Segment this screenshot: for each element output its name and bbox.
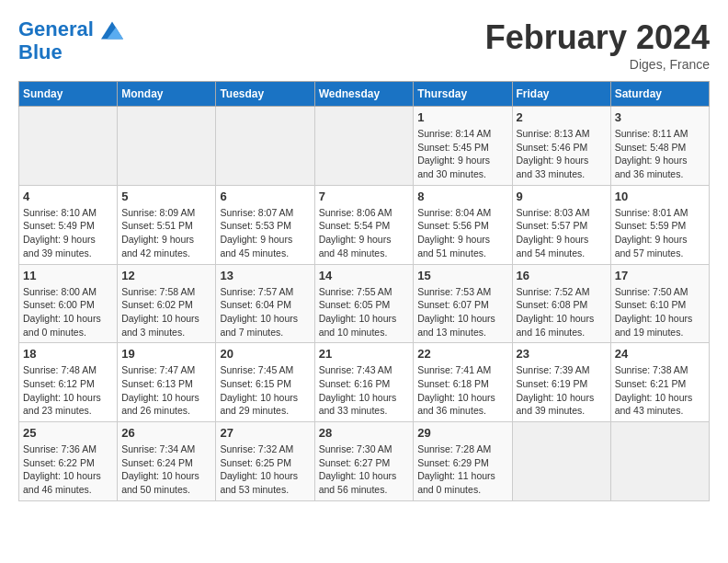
- cell-info: Sunrise: 7:38 AMSunset: 6:21 PMDaylight:…: [615, 363, 705, 418]
- cell-info: Sunrise: 7:30 AMSunset: 6:27 PMDaylight:…: [319, 442, 410, 497]
- day-number: 18: [23, 347, 113, 361]
- calendar-cell: 8Sunrise: 8:04 AMSunset: 5:56 PMDaylight…: [414, 185, 512, 264]
- calendar-cell: [216, 107, 314, 186]
- calendar-week-row: 4Sunrise: 8:10 AMSunset: 5:49 PMDaylight…: [19, 185, 710, 264]
- calendar-cell: 22Sunrise: 7:41 AMSunset: 6:18 PMDayligh…: [414, 343, 512, 422]
- calendar-cell: 10Sunrise: 8:01 AMSunset: 5:59 PMDayligh…: [610, 185, 709, 264]
- calendar-cell: 6Sunrise: 8:07 AMSunset: 5:53 PMDaylight…: [216, 185, 314, 264]
- weekday-header: Sunday: [19, 82, 118, 107]
- logo: General Blue: [18, 18, 123, 63]
- calendar-cell: 17Sunrise: 7:50 AMSunset: 6:10 PMDayligh…: [610, 264, 709, 343]
- cell-info: Sunrise: 8:14 AMSunset: 5:45 PMDaylight:…: [417, 127, 507, 181]
- cell-info: Sunrise: 8:01 AMSunset: 5:59 PMDaylight:…: [615, 206, 705, 260]
- calendar-cell: [19, 107, 118, 186]
- day-number: 15: [417, 269, 507, 282]
- calendar-cell: [512, 422, 610, 501]
- weekday-header: Thursday: [414, 82, 512, 107]
- day-number: 12: [121, 269, 211, 282]
- cell-info: Sunrise: 7:57 AMSunset: 6:04 PMDaylight:…: [220, 285, 310, 339]
- calendar-week-row: 11Sunrise: 8:00 AMSunset: 6:00 PMDayligh…: [19, 264, 710, 343]
- calendar-cell: 29Sunrise: 7:28 AMSunset: 6:29 PMDayligh…: [414, 422, 512, 501]
- weekday-header-row: SundayMondayTuesdayWednesdayThursdayFrid…: [19, 82, 710, 107]
- logo-text2: Blue: [18, 41, 123, 63]
- cell-info: Sunrise: 7:41 AMSunset: 6:18 PMDaylight:…: [417, 363, 507, 418]
- day-number: 16: [517, 269, 607, 282]
- calendar-cell: [314, 107, 414, 186]
- calendar-week-row: 25Sunrise: 7:36 AMSunset: 6:22 PMDayligh…: [19, 422, 710, 501]
- cell-info: Sunrise: 7:32 AMSunset: 6:25 PMDaylight:…: [220, 442, 310, 497]
- day-number: 2: [517, 110, 607, 124]
- day-number: 22: [417, 347, 507, 361]
- calendar-cell: 3Sunrise: 8:11 AMSunset: 5:48 PMDaylight…: [610, 107, 709, 186]
- day-number: 5: [121, 190, 211, 203]
- day-number: 26: [121, 426, 211, 440]
- cell-info: Sunrise: 8:09 AMSunset: 5:51 PMDaylight:…: [121, 206, 211, 260]
- cell-info: Sunrise: 8:00 AMSunset: 6:00 PMDaylight:…: [23, 285, 113, 339]
- day-number: 11: [23, 269, 113, 282]
- day-number: 29: [417, 426, 507, 440]
- calendar-week-row: 1Sunrise: 8:14 AMSunset: 5:45 PMDaylight…: [19, 107, 710, 186]
- calendar-cell: 26Sunrise: 7:34 AMSunset: 6:24 PMDayligh…: [118, 422, 216, 501]
- calendar-cell: 1Sunrise: 8:14 AMSunset: 5:45 PMDaylight…: [414, 107, 512, 186]
- calendar-cell: 23Sunrise: 7:39 AMSunset: 6:19 PMDayligh…: [512, 343, 610, 422]
- month-title: February 2024: [485, 18, 710, 57]
- calendar-table: SundayMondayTuesdayWednesdayThursdayFrid…: [18, 81, 710, 501]
- calendar-cell: 20Sunrise: 7:45 AMSunset: 6:15 PMDayligh…: [216, 343, 314, 422]
- calendar-cell: [118, 107, 216, 186]
- location: Diges, France: [485, 57, 710, 72]
- cell-info: Sunrise: 8:11 AMSunset: 5:48 PMDaylight:…: [615, 127, 705, 181]
- cell-info: Sunrise: 8:04 AMSunset: 5:56 PMDaylight:…: [417, 206, 507, 260]
- cell-info: Sunrise: 7:52 AMSunset: 6:08 PMDaylight:…: [517, 285, 607, 339]
- weekday-header: Wednesday: [314, 82, 414, 107]
- calendar-cell: 18Sunrise: 7:48 AMSunset: 6:12 PMDayligh…: [19, 343, 118, 422]
- cell-info: Sunrise: 7:43 AMSunset: 6:16 PMDaylight:…: [319, 363, 410, 418]
- calendar-cell: 16Sunrise: 7:52 AMSunset: 6:08 PMDayligh…: [512, 264, 610, 343]
- cell-info: Sunrise: 7:34 AMSunset: 6:24 PMDaylight:…: [121, 442, 211, 497]
- calendar-cell: 15Sunrise: 7:53 AMSunset: 6:07 PMDayligh…: [414, 264, 512, 343]
- calendar-cell: 14Sunrise: 7:55 AMSunset: 6:05 PMDayligh…: [314, 264, 414, 343]
- cell-info: Sunrise: 7:28 AMSunset: 6:29 PMDaylight:…: [417, 442, 507, 497]
- cell-info: Sunrise: 8:03 AMSunset: 5:57 PMDaylight:…: [517, 206, 607, 260]
- calendar-cell: 9Sunrise: 8:03 AMSunset: 5:57 PMDaylight…: [512, 185, 610, 264]
- cell-info: Sunrise: 7:39 AMSunset: 6:19 PMDaylight:…: [517, 363, 607, 418]
- day-number: 17: [615, 269, 705, 282]
- calendar-cell: 27Sunrise: 7:32 AMSunset: 6:25 PMDayligh…: [216, 422, 314, 501]
- weekday-header: Monday: [118, 82, 216, 107]
- calendar-cell: 5Sunrise: 8:09 AMSunset: 5:51 PMDaylight…: [118, 185, 216, 264]
- weekday-header: Friday: [512, 82, 610, 107]
- day-number: 21: [319, 347, 410, 361]
- title-block: February 2024 Diges, France: [485, 18, 710, 72]
- day-number: 1: [417, 110, 507, 124]
- day-number: 10: [615, 190, 705, 203]
- day-number: 13: [220, 269, 310, 282]
- cell-info: Sunrise: 7:36 AMSunset: 6:22 PMDaylight:…: [23, 442, 113, 497]
- day-number: 27: [220, 426, 310, 440]
- cell-info: Sunrise: 8:13 AMSunset: 5:46 PMDaylight:…: [517, 127, 607, 181]
- day-number: 8: [417, 190, 507, 203]
- day-number: 28: [319, 426, 410, 440]
- logo-text: General: [18, 18, 123, 41]
- calendar-cell: 24Sunrise: 7:38 AMSunset: 6:21 PMDayligh…: [610, 343, 709, 422]
- day-number: 4: [23, 190, 113, 203]
- calendar-cell: 25Sunrise: 7:36 AMSunset: 6:22 PMDayligh…: [19, 422, 118, 501]
- day-number: 9: [517, 190, 607, 203]
- day-number: 20: [220, 347, 310, 361]
- cell-info: Sunrise: 8:06 AMSunset: 5:54 PMDaylight:…: [319, 206, 410, 260]
- page-header: General Blue February 2024 Diges, France: [18, 18, 710, 72]
- day-number: 7: [319, 190, 410, 203]
- calendar-cell: [610, 422, 709, 501]
- calendar-cell: 12Sunrise: 7:58 AMSunset: 6:02 PMDayligh…: [118, 264, 216, 343]
- day-number: 14: [319, 269, 410, 282]
- weekday-header: Saturday: [610, 82, 709, 107]
- calendar-cell: 28Sunrise: 7:30 AMSunset: 6:27 PMDayligh…: [314, 422, 414, 501]
- day-number: 25: [23, 426, 113, 440]
- cell-info: Sunrise: 8:10 AMSunset: 5:49 PMDaylight:…: [23, 206, 113, 260]
- calendar-cell: 4Sunrise: 8:10 AMSunset: 5:49 PMDaylight…: [19, 185, 118, 264]
- cell-info: Sunrise: 7:45 AMSunset: 6:15 PMDaylight:…: [220, 363, 310, 418]
- cell-info: Sunrise: 7:58 AMSunset: 6:02 PMDaylight:…: [121, 285, 211, 339]
- calendar-cell: 21Sunrise: 7:43 AMSunset: 6:16 PMDayligh…: [314, 343, 414, 422]
- cell-info: Sunrise: 7:50 AMSunset: 6:10 PMDaylight:…: [615, 285, 705, 339]
- cell-info: Sunrise: 7:53 AMSunset: 6:07 PMDaylight:…: [417, 285, 507, 339]
- cell-info: Sunrise: 7:55 AMSunset: 6:05 PMDaylight:…: [319, 285, 410, 339]
- day-number: 19: [121, 347, 211, 361]
